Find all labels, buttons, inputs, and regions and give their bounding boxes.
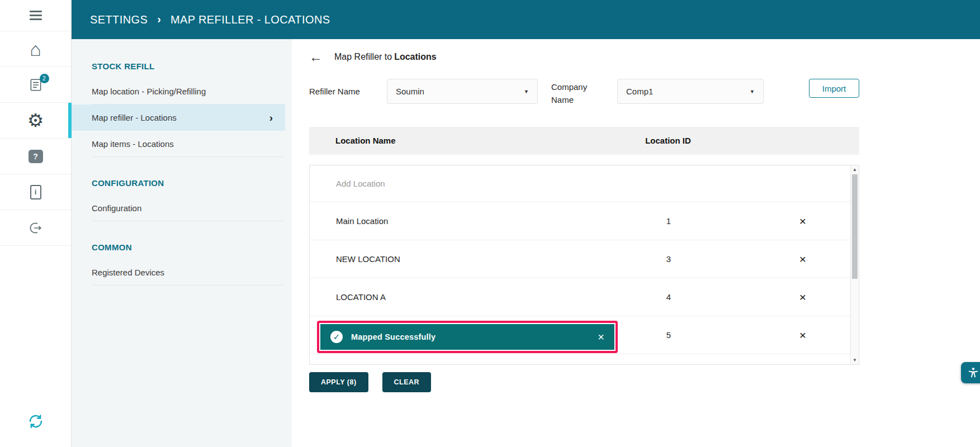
accessibility-icon	[967, 367, 979, 379]
settings-gear-icon: ⚙	[27, 111, 44, 130]
table-row: NEW LOCATION 3 ×	[310, 240, 859, 278]
nav-item-map-location-picking-refilling[interactable]: Map location - Picking/Refilling	[72, 78, 285, 104]
rail-item-logout[interactable]	[0, 210, 71, 246]
nav-item-registered-devices[interactable]: Registered Devices	[72, 259, 285, 286]
table-scrollbar: ▲ ▼	[850, 165, 859, 364]
chevron-right-icon: ›	[269, 112, 273, 124]
nav-item-label: Map location - Picking/Refilling	[92, 87, 206, 96]
breadcrumb-settings[interactable]: SETTINGS	[90, 13, 148, 26]
delete-row-icon[interactable]: ×	[769, 253, 836, 265]
table-row: LOCATION A 4 ×	[310, 278, 859, 316]
rail-item-help[interactable]: ?	[0, 139, 71, 174]
body-row: STOCK REFILL Map location - Picking/Refi…	[72, 39, 980, 447]
bottom-actions: APPLY (8) CLEAR	[309, 372, 859, 392]
apply-button[interactable]: APPLY (8)	[309, 372, 368, 392]
section-title-common: COMMON	[92, 242, 292, 252]
success-toast: ✓ Mapped Successfully ×	[320, 324, 614, 350]
company-name-label: Company Name	[551, 79, 594, 107]
rail-item-info[interactable]: i	[0, 174, 71, 210]
sync-button[interactable]	[0, 396, 71, 447]
page-title: Map Refiller toLocations	[334, 52, 437, 62]
back-arrow-icon[interactable]: ←	[309, 50, 323, 64]
nav-item-map-refiller-locations[interactable]: Map refiller - Locations ›	[72, 104, 285, 131]
rail-item-home[interactable]: ⌂	[0, 31, 71, 67]
location-name-cell: NEW LOCATION	[336, 254, 627, 264]
section-title-stock-refill: STOCK REFILL	[92, 61, 292, 71]
dropdown-arrow-icon: ▼	[750, 89, 755, 94]
page-title-prefix: Map Refiller to	[334, 52, 392, 61]
right-column: SETTINGS › MAP REFILLER - LOCATIONS STOC…	[72, 0, 980, 447]
accessibility-button[interactable]	[961, 362, 980, 383]
location-name-cell: LOCATION A	[336, 292, 627, 302]
locations-table: Add Location Main Location 1 × NEW LOCAT…	[309, 165, 859, 365]
scroll-up-icon[interactable]: ▲	[851, 167, 859, 172]
clear-button[interactable]: CLEAR	[382, 372, 432, 392]
nav-item-label: Configuration	[92, 203, 141, 213]
section-title-configuration: CONFIGURATION	[92, 178, 292, 188]
nav-item-label: Map refiller - Locations	[92, 113, 177, 122]
location-name-cell: Main Location	[336, 216, 627, 226]
nav-item-map-items-locations[interactable]: Map items - Locations	[72, 131, 285, 157]
icon-rail: ⌂ 2 ⚙ ? i	[0, 0, 72, 447]
menu-toggle-button[interactable]	[0, 0, 71, 31]
delete-row-icon[interactable]: ×	[769, 291, 836, 303]
home-icon: ⌂	[30, 40, 41, 59]
location-id-cell: 4	[627, 292, 711, 302]
check-circle-icon: ✓	[330, 331, 343, 343]
column-header-location-id: Location ID	[626, 136, 710, 145]
table-header: Location Name Location ID	[309, 127, 859, 155]
app-root: ⌂ 2 ⚙ ? i	[0, 0, 980, 447]
chevron-right-icon: ›	[157, 13, 161, 26]
settings-nav-panel: STOCK REFILL Map location - Picking/Refi…	[72, 39, 292, 447]
scrollbar-thumb[interactable]	[852, 174, 858, 279]
rail-spacer	[0, 246, 71, 396]
toast-close-icon[interactable]: ×	[598, 331, 604, 343]
location-id-cell: 5	[627, 330, 711, 340]
page-title-row: ← Map Refiller toLocations	[309, 50, 859, 64]
location-id-cell: 1	[627, 216, 711, 226]
rail-item-settings[interactable]: ⚙	[0, 103, 71, 139]
table-row: Main Location 1 ×	[310, 202, 859, 240]
nav-item-label: Map items - Locations	[92, 139, 174, 149]
top-bar: SETTINGS › MAP REFILLER - LOCATIONS	[72, 0, 980, 39]
filter-form-row: Refiller Name Soumin ▼ Company Name Comp…	[309, 79, 859, 107]
toast-highlight-frame: ✓ Mapped Successfully ×	[317, 321, 618, 353]
delete-row-icon[interactable]: ×	[769, 215, 836, 227]
dropdown-arrow-icon: ▼	[524, 89, 529, 94]
page-title-bold: Locations	[394, 52, 437, 61]
breadcrumb-current-page: MAP REFILLER - LOCATIONS	[171, 13, 330, 26]
company-name-select[interactable]: Comp1 ▼	[617, 79, 764, 104]
main-content: ← Map Refiller toLocations Refiller Name…	[292, 39, 980, 447]
company-name-value: Comp1	[626, 87, 653, 96]
sync-icon	[27, 413, 44, 430]
import-button[interactable]: Import	[809, 79, 859, 98]
nav-item-label: Registered Devices	[92, 268, 164, 277]
nav-item-configuration[interactable]: Configuration	[72, 195, 285, 221]
rail-item-orders[interactable]: 2	[0, 67, 71, 103]
refiller-name-value: Soumin	[396, 87, 424, 96]
hamburger-icon	[30, 11, 42, 20]
toast-message: Mapped Successfully	[351, 332, 435, 341]
add-location-placeholder: Add Location	[336, 179, 627, 188]
location-id-cell: 3	[627, 254, 711, 264]
refiller-name-select[interactable]: Soumin ▼	[387, 79, 538, 104]
logout-icon	[29, 221, 43, 235]
column-header-location-name: Location Name	[335, 136, 626, 145]
add-location-input[interactable]: Add Location	[310, 165, 859, 202]
scroll-down-icon[interactable]: ▼	[851, 358, 859, 363]
orders-count-badge: 2	[40, 74, 49, 83]
help-icon: ?	[29, 150, 43, 163]
refiller-name-label: Refiller Name	[309, 79, 368, 104]
info-icon: i	[30, 185, 41, 199]
delete-row-icon[interactable]: ×	[769, 329, 836, 341]
